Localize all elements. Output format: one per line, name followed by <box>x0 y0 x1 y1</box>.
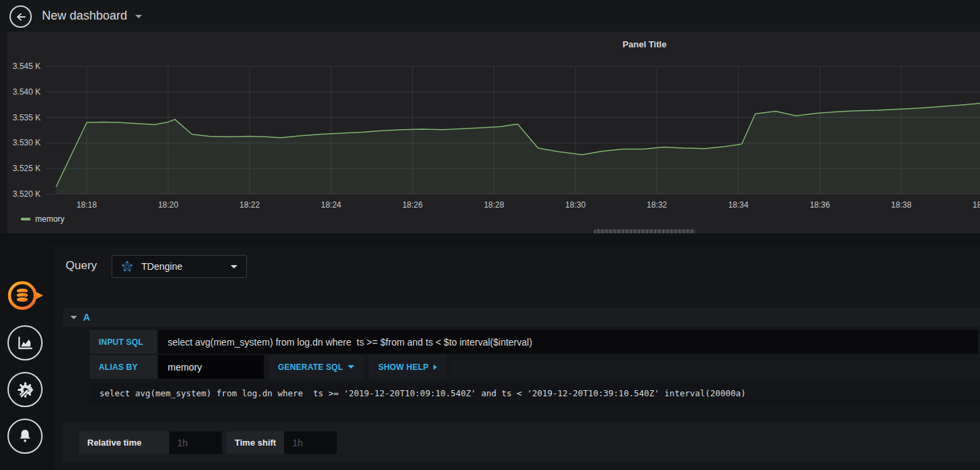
database-icon <box>5 278 47 313</box>
dashboard-title[interactable]: New dashboard <box>42 9 127 23</box>
query-ref-letter: A <box>83 312 90 323</box>
y-axis-label: 3.545 K <box>13 62 41 71</box>
query-section-title: Query <box>66 259 97 273</box>
query-row-header-a[interactable]: A <box>63 308 980 327</box>
input-sql-row: INPUT SQL <box>90 330 978 354</box>
input-sql-field[interactable] <box>158 330 978 354</box>
x-axis-label: 18:34 <box>728 200 749 210</box>
y-axis-label: 3.525 K <box>13 164 41 173</box>
alias-by-row: ALIAS BY GENERATE SQL SHOW HELP <box>90 355 980 379</box>
row-filler <box>451 355 980 379</box>
series-area <box>56 103 980 194</box>
timeseries-chart: 3.520 K3.525 K3.530 K3.535 K3.540 K3.545… <box>7 32 980 233</box>
divider <box>0 233 980 245</box>
show-help-button-label: SHOW HELP <box>378 362 428 372</box>
x-axis-label: 18:26 <box>402 200 423 210</box>
x-axis-label: 18:36 <box>810 200 830 210</box>
chevron-down-icon <box>231 265 237 268</box>
chevron-down-icon[interactable] <box>135 15 142 18</box>
top-navbar: New dashboard <box>0 0 980 32</box>
generate-sql-button[interactable]: GENERATE SQL <box>269 355 364 379</box>
generated-sql-preview: select avg(mem_system) from log.dn where… <box>90 382 980 404</box>
datasource-picker[interactable]: TDengine <box>112 255 247 278</box>
back-button[interactable] <box>9 5 32 28</box>
graph-panel: Panel Title 3.520 K3.525 K3.530 K3.535 K… <box>7 32 980 233</box>
x-axis-label: 18:22 <box>239 200 260 210</box>
x-axis-label: 18:24 <box>321 200 342 210</box>
time-shift-label: Time shift <box>227 431 284 454</box>
time-shift-input[interactable] <box>284 431 337 454</box>
tab-queries[interactable] <box>5 278 47 313</box>
arrow-left-icon <box>14 10 28 24</box>
x-axis-label: 18:32 <box>647 200 667 210</box>
x-axis-label: 18:40 <box>973 200 980 210</box>
generate-sql-button-label: GENERATE SQL <box>278 362 343 372</box>
y-axis-label: 3.520 K <box>13 189 41 199</box>
datasource-selected-value: TDengine <box>141 261 183 272</box>
tdengine-logo-icon <box>121 260 133 273</box>
relative-time-pair: Relative time <box>79 431 222 454</box>
x-axis-label: 18:38 <box>891 200 912 210</box>
x-axis-label: 18:28 <box>484 200 504 210</box>
legend-color-dash <box>21 218 30 220</box>
alias-by-field[interactable] <box>158 355 264 379</box>
tab-alert[interactable] <box>7 419 43 454</box>
legend-label: memory <box>35 214 64 224</box>
collapse-caret-icon <box>70 316 77 319</box>
time-options-panel: Relative time Time shift <box>63 423 980 462</box>
tab-visualization[interactable] <box>7 325 43 360</box>
chevron-right-icon <box>434 365 437 370</box>
y-axis-label: 3.540 K <box>13 87 41 97</box>
gear-wrench-icon <box>16 381 34 399</box>
relative-time-input[interactable] <box>169 431 222 454</box>
time-shift-pair: Time shift <box>227 431 337 454</box>
show-help-button[interactable]: SHOW HELP <box>369 355 446 379</box>
legend-item-memory[interactable]: memory <box>21 214 64 224</box>
editor-tab-rail <box>0 245 54 470</box>
bell-icon <box>16 427 34 445</box>
x-axis-label: 18:30 <box>565 200 586 210</box>
x-axis-label: 18:18 <box>76 200 97 210</box>
chart-icon <box>16 334 34 352</box>
y-axis-label: 3.535 K <box>13 113 41 122</box>
tab-general[interactable] <box>7 372 43 407</box>
x-axis-label: 18:20 <box>158 200 179 210</box>
relative-time-label: Relative time <box>79 431 169 454</box>
y-axis-label: 3.530 K <box>13 138 41 147</box>
chevron-down-icon <box>348 365 354 369</box>
input-sql-label: INPUT SQL <box>90 330 157 354</box>
alias-by-label: ALIAS BY <box>90 355 157 379</box>
